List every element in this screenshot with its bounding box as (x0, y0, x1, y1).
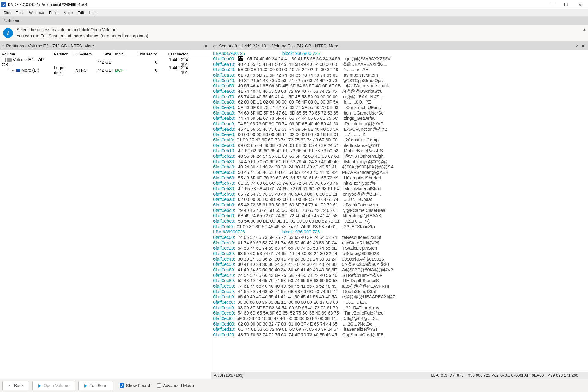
table-body: Volume E:\ - 742 GB ...742 GB01 449 224 … (0, 58, 211, 379)
menu-edit[interactable]: Edit (75, 10, 86, 16)
hex-statusbar: ANSI (103:+103) LBA: 0x37D7F875 = 936 90… (211, 372, 588, 379)
col-size[interactable]: Size (95, 50, 113, 58)
close-pane-icon[interactable]: ✕ (203, 43, 209, 49)
menu-windows[interactable]: Windows (27, 10, 47, 16)
drive-icon (16, 69, 20, 72)
info-line2: You can run Full Scan to find more volum… (17, 33, 148, 39)
menu-help[interactable]: Help (86, 10, 99, 16)
row-checkbox[interactable] (2, 58, 6, 62)
drive-icon (7, 58, 12, 62)
advanced-mode-checkbox[interactable]: Advanced Mode (157, 383, 194, 388)
info-icon: i (3, 28, 13, 38)
close-sectors-icon[interactable]: ✕ (580, 43, 586, 49)
info-banner: i Select the necessary volume and click … (0, 24, 588, 42)
menu-disk[interactable]: Disk (1, 10, 13, 16)
play-icon: ▶ (38, 383, 42, 388)
table-row[interactable]: └ ▸ More (E:)Logic. diskNTFS742 GBBCF01 … (0, 66, 211, 74)
context-bar: Partitions (0, 17, 588, 24)
open-volume-button[interactable]: ▶Open Volume (32, 381, 75, 390)
info-line1: Select the necessary volume and click Op… (17, 27, 148, 33)
window-title: DMDE 4.2.0 (2024) Professional #24849614… (8, 2, 545, 7)
col-partition[interactable]: Partition (52, 50, 74, 58)
status-lba: LBA: 0x37D7F875 = 936 900 725 Pos: 0x0..… (431, 373, 578, 378)
play-icon: ▶ (84, 383, 88, 388)
col-first[interactable]: First sector (127, 50, 159, 58)
col-fs[interactable]: F.System (74, 50, 95, 58)
partitions-title: Partitions - Volume E:\ - 742 GB - NTFS … (6, 43, 94, 48)
status-ansi: ANSI (103:+103) (214, 373, 243, 378)
col-last[interactable]: Last sector (159, 50, 190, 58)
window-controls: ─ ☐ ✕ (545, 0, 587, 9)
titlebar: D DMDE 4.2.0 (2024) Professional #248496… (0, 0, 588, 9)
partitions-pane: ≡ Partitions - Volume E:\ - 742 GB - NTF… (0, 42, 211, 379)
sectors-title: Sectors 0 - 1 449 224 191 - Volume E:\ -… (219, 43, 338, 48)
menubar: Disk Tools Windows Editor Mode Edit Help (0, 9, 588, 17)
sectors-header: ▭ Sectors 0 - 1 449 224 191 - Volume E:\… (211, 42, 588, 50)
menu-mode[interactable]: Mode (61, 10, 75, 16)
hex-viewer[interactable]: LBA:936900725 block: 936 900 725 6faff0e… (211, 50, 588, 372)
table-header: Volume Partition F.System Size Indic... … (0, 50, 211, 58)
bottom-bar: ←Back ▶Open Volume ▶Full Scan Show Found… (0, 379, 588, 392)
collapse-banner-icon[interactable]: ▴ (583, 27, 586, 32)
menu-editor[interactable]: Editor (47, 10, 61, 16)
back-button[interactable]: ←Back (2, 381, 29, 390)
show-found-input[interactable] (120, 383, 124, 388)
col-volume[interactable]: Volume (0, 50, 52, 58)
close-button[interactable]: ✕ (573, 0, 587, 9)
volume-name: More (E:) (21, 68, 39, 73)
expand-pane-icon[interactable]: ⤢ (574, 43, 580, 49)
app-icon: D (1, 2, 6, 7)
hamburger-icon[interactable]: ≡ (2, 43, 4, 48)
sectors-pane: ▭ Sectors 0 - 1 449 224 191 - Volume E:\… (211, 42, 588, 379)
info-text: Select the necessary volume and click Op… (17, 27, 148, 39)
col-indic[interactable]: Indic... (113, 50, 127, 58)
expand-icon[interactable]: ▸ (11, 68, 15, 73)
sectors-icon: ▭ (213, 43, 217, 48)
show-found-checkbox[interactable]: Show Found (120, 383, 150, 388)
main-split: ≡ Partitions - Volume E:\ - 742 GB - NTF… (0, 42, 588, 379)
back-arrow-icon: ← (8, 383, 12, 388)
menu-tools[interactable]: Tools (13, 10, 27, 16)
full-scan-button[interactable]: ▶Full Scan (78, 381, 113, 390)
partitions-header: ≡ Partitions - Volume E:\ - 742 GB - NTF… (0, 42, 211, 50)
maximize-button[interactable]: ☐ (559, 0, 573, 9)
minimize-button[interactable]: ─ (545, 0, 559, 9)
advanced-mode-input[interactable] (157, 383, 161, 388)
context-label: Partitions (2, 18, 20, 23)
